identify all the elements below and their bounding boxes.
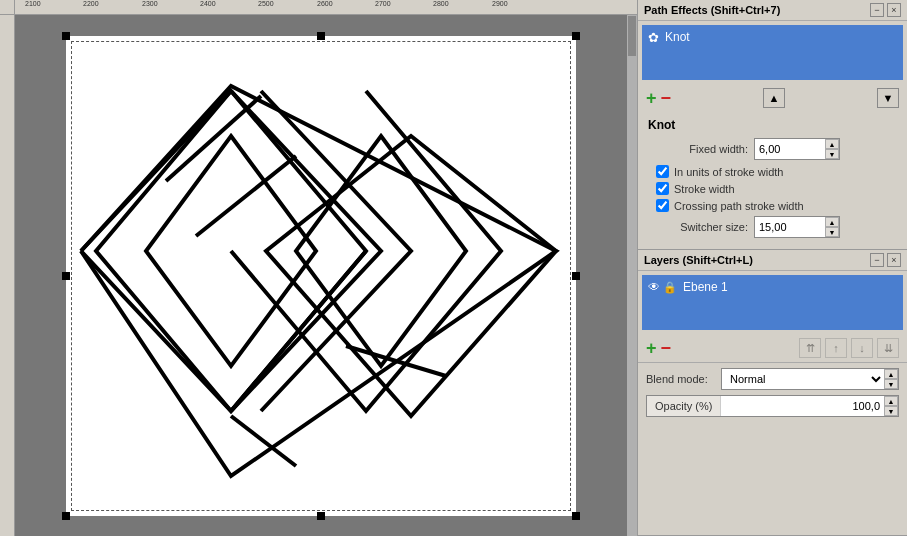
path-effects-title: Path Effects (Shift+Ctrl+7) — [644, 4, 780, 16]
layer-visibility-icon[interactable]: 👁 — [648, 280, 660, 294]
stroke-width-row: Stroke width — [656, 182, 897, 195]
vertical-scrollbar[interactable] — [627, 15, 637, 536]
path-effects-header: Path Effects (Shift+Ctrl+7) − × — [638, 0, 907, 21]
crossing-row: Crossing path stroke width — [656, 199, 897, 212]
opacity-input[interactable] — [721, 400, 884, 412]
switcher-size-label: Switcher size: — [648, 221, 748, 233]
move-effect-up-btn[interactable]: ▲ — [763, 88, 785, 108]
blend-mode-row: Blend mode: Normal Multiply Screen Overl… — [638, 362, 907, 395]
layers-minimize-btn[interactable]: − — [870, 253, 884, 267]
add-layer-btn[interactable]: + — [646, 339, 657, 357]
canvas-inner[interactable] — [15, 15, 627, 536]
svg-line-2 — [196, 156, 296, 236]
blend-mode-select[interactable]: Normal Multiply Screen Overlay Darken Li… — [722, 370, 884, 388]
fixed-width-row: Fixed width: ▲ ▼ — [648, 138, 897, 160]
fixed-width-input-group[interactable]: ▲ ▼ — [754, 138, 840, 160]
layers-header: Layers (Shift+Ctrl+L) − × — [638, 250, 907, 271]
remove-layer-btn[interactable]: − — [661, 339, 672, 357]
path-effects-panel: Path Effects (Shift+Ctrl+7) − × ✿ Knot +… — [638, 0, 907, 250]
fixed-width-spin-up[interactable]: ▲ — [825, 139, 839, 149]
crossing-checkbox[interactable] — [656, 199, 669, 212]
ruler-top: 2100 2200 2300 2400 2500 2600 2700 2800 … — [0, 0, 637, 15]
ruler-tick: 2500 — [258, 0, 274, 7]
move-effect-down-btn[interactable]: ▼ — [877, 88, 899, 108]
knot-section-label: Knot — [648, 118, 897, 132]
ruler-tick: 2700 — [375, 0, 391, 7]
opacity-spinner: ▲ ▼ — [884, 396, 898, 416]
opacity-spin-down[interactable]: ▼ — [884, 406, 898, 416]
opacity-row: Opacity (%) ▲ ▼ — [646, 395, 899, 417]
layer-move-to-bottom-btn[interactable]: ⇊ — [877, 338, 899, 358]
switcher-size-spin-down[interactable]: ▼ — [825, 227, 839, 237]
fixed-width-spinner: ▲ ▼ — [825, 139, 839, 159]
layer-name-label: Ebene 1 — [683, 280, 728, 294]
canvas-area[interactable]: 2100 2200 2300 2400 2500 2600 2700 2800 … — [0, 0, 637, 536]
fixed-width-input[interactable] — [755, 141, 825, 157]
layers-toolbar: + − ⇈ ↑ ↓ ⇊ — [638, 334, 907, 362]
layers-title: Layers (Shift+Ctrl+L) — [644, 254, 753, 266]
ruler-tick: 2400 — [200, 0, 216, 7]
switcher-size-input[interactable] — [755, 219, 825, 235]
fixed-width-label: Fixed width: — [648, 143, 748, 155]
in-units-checkbox[interactable] — [656, 165, 669, 178]
layer-move-down-btn[interactable]: ↓ — [851, 338, 873, 358]
layer-move-up-btn[interactable]: ↑ — [825, 338, 847, 358]
layer-move-to-top-btn[interactable]: ⇈ — [799, 338, 821, 358]
ruler-tick: 2300 — [142, 0, 158, 7]
path-effects-minimize-btn[interactable]: − — [870, 3, 884, 17]
ruler-tick: 2800 — [433, 0, 449, 7]
right-panel: Path Effects (Shift+Ctrl+7) − × ✿ Knot +… — [637, 0, 907, 536]
blend-spin-down[interactable]: ▼ — [884, 379, 898, 389]
path-effects-toolbar: + − ▲ ▼ — [638, 84, 907, 112]
knot-list-item[interactable]: ✿ Knot — [642, 25, 903, 80]
knot-effect-icon: ✿ — [648, 30, 659, 45]
ruler-tick: 2900 — [492, 0, 508, 7]
ruler-tick: 2600 — [317, 0, 333, 7]
add-effect-btn[interactable]: + — [646, 89, 657, 107]
knot-settings: Knot Fixed width: ▲ ▼ In units of stroke… — [638, 112, 907, 249]
in-units-row: In units of stroke width — [656, 165, 897, 178]
layers-panel-controls: − × — [870, 253, 901, 267]
layers-panel: Layers (Shift+Ctrl+L) − × 👁 🔒 Ebene 1 + … — [638, 250, 907, 536]
ruler-left — [0, 15, 15, 536]
stroke-width-label: Stroke width — [674, 183, 735, 195]
switcher-size-input-group[interactable]: ▲ ▼ — [754, 216, 840, 238]
knot-list-label: Knot — [665, 30, 690, 44]
opacity-spin-up[interactable]: ▲ — [884, 396, 898, 406]
blend-mode-select-group[interactable]: Normal Multiply Screen Overlay Darken Li… — [721, 368, 899, 390]
ruler-tick: 2100 — [25, 0, 41, 7]
blend-mode-label: Blend mode: — [646, 373, 721, 385]
scrollbar-thumb[interactable] — [628, 16, 636, 56]
switcher-size-row: Switcher size: ▲ ▼ — [648, 216, 897, 238]
panel-controls: − × — [870, 3, 901, 17]
ruler-tick: 2200 — [83, 0, 99, 7]
in-units-label: In units of stroke width — [674, 166, 783, 178]
svg-line-6 — [231, 416, 296, 466]
knot-svg — [66, 36, 576, 516]
white-canvas — [66, 36, 576, 516]
blend-spinner: ▲ ▼ — [884, 369, 898, 389]
layer-lock-icon[interactable]: 🔒 — [663, 281, 677, 294]
blend-spin-up[interactable]: ▲ — [884, 369, 898, 379]
path-effects-close-btn[interactable]: × — [887, 3, 901, 17]
crossing-label: Crossing path stroke width — [674, 200, 804, 212]
layer-list-item[interactable]: 👁 🔒 Ebene 1 — [642, 275, 903, 330]
stroke-width-checkbox[interactable] — [656, 182, 669, 195]
layer-icons: 👁 🔒 — [648, 280, 677, 294]
remove-effect-btn[interactable]: − — [661, 89, 672, 107]
switcher-size-spinner: ▲ ▼ — [825, 217, 839, 237]
layers-close-btn[interactable]: × — [887, 253, 901, 267]
switcher-size-spin-up[interactable]: ▲ — [825, 217, 839, 227]
fixed-width-spin-down[interactable]: ▼ — [825, 149, 839, 159]
ruler-top-content: 2100 2200 2300 2400 2500 2600 2700 2800 … — [15, 0, 637, 14]
opacity-label: Opacity (%) — [647, 396, 721, 416]
